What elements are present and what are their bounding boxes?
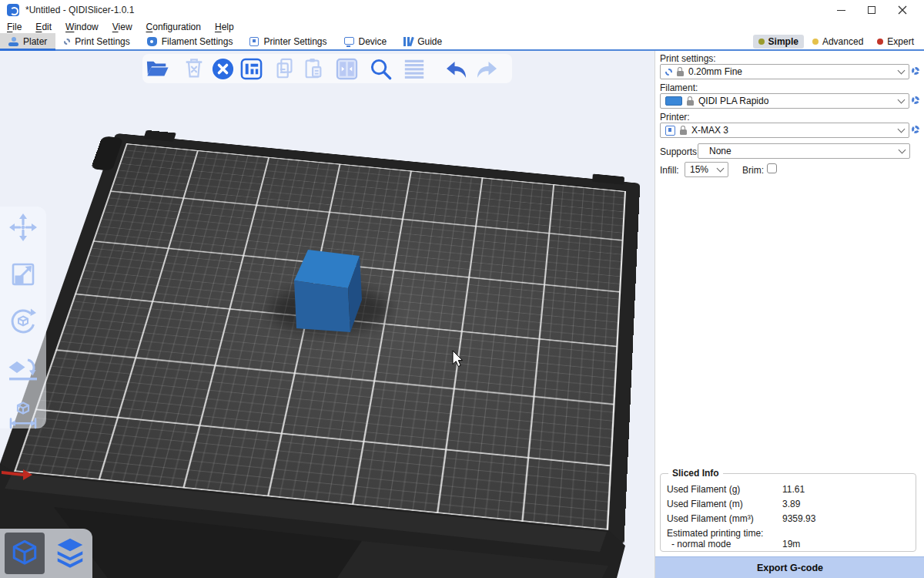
tab-plater[interactable]: Plater — [0, 33, 55, 49]
delete-all-icon — [211, 57, 235, 81]
arrange-button[interactable] — [239, 56, 263, 81]
brim-checkbox[interactable] — [767, 163, 777, 173]
filament-label: Filament: — [660, 82, 698, 93]
gear-icon — [665, 69, 672, 76]
export-gcode-button[interactable]: Export G-code — [655, 556, 924, 578]
lock-icon — [687, 100, 694, 106]
tab-print-settings[interactable]: Print Settings — [55, 33, 138, 49]
undo-icon — [444, 59, 469, 79]
chevron-down-icon — [717, 164, 725, 172]
close-icon — [898, 5, 907, 15]
search-icon — [369, 57, 393, 81]
menu-configuration[interactable]: Configuration — [139, 22, 208, 32]
printer-gear-button[interactable] — [912, 126, 919, 133]
brim-label: Brim: — [742, 165, 764, 176]
settings-panel: Print settings: 0.20mm Fine Filament: QI… — [654, 51, 924, 578]
expert-dot-icon — [877, 39, 883, 45]
open-button[interactable] — [145, 56, 169, 81]
move-button[interactable] — [8, 212, 38, 246]
search-button[interactable] — [368, 56, 393, 81]
bed-grid-surface — [14, 143, 626, 530]
plater-icon — [8, 37, 18, 46]
gear-icon — [64, 39, 70, 45]
mode-expert[interactable]: Expert — [872, 35, 919, 49]
paste-icon — [302, 57, 325, 80]
mode-simple[interactable]: Simple — [753, 35, 804, 49]
view-mode-switcher — [0, 529, 92, 578]
delete-button[interactable] — [182, 56, 206, 81]
scale-button[interactable] — [8, 259, 38, 293]
place-on-face-icon — [8, 353, 38, 384]
chevron-down-icon — [898, 66, 906, 74]
open-icon — [146, 59, 169, 79]
infill-dropdown[interactable]: 15% — [685, 162, 728, 177]
filament-gear-button[interactable] — [912, 96, 919, 104]
scale-icon — [8, 259, 38, 290]
lock-icon — [677, 71, 684, 76]
rotate-button[interactable] — [8, 306, 38, 340]
app-logo-icon — [7, 4, 19, 16]
tab-printer-settings[interactable]: Printer Settings — [241, 33, 335, 49]
app-window: *Untitled - QIDISlicer-1.0.1 File Edit W… — [0, 0, 924, 578]
guide-icon — [403, 37, 413, 46]
undo-button[interactable] — [444, 56, 469, 81]
menu-help[interactable]: Help — [208, 22, 241, 32]
print-settings-gear-button[interactable] — [912, 67, 919, 75]
redo-button[interactable] — [474, 56, 499, 81]
printer-label: Printer: — [660, 112, 690, 123]
lock-icon — [680, 129, 687, 135]
copy-button[interactable] — [273, 56, 297, 81]
chevron-down-icon — [899, 146, 906, 153]
mode-advanced[interactable]: Advanced — [807, 35, 869, 49]
simple-dot-icon — [758, 39, 765, 45]
supports-label: Supports: — [660, 146, 699, 157]
arrange-icon — [239, 57, 263, 81]
menu-file[interactable]: File — [0, 22, 28, 32]
menu-window[interactable]: Window — [59, 22, 105, 32]
maximize-icon — [868, 6, 875, 14]
print-bed[interactable] — [14, 143, 626, 530]
place-on-face-button[interactable] — [8, 353, 38, 387]
advanced-dot-icon — [812, 39, 819, 45]
printer-dropdown[interactable]: X-MAX 3 — [660, 123, 909, 138]
menu-view[interactable]: View — [105, 22, 139, 32]
filament-dropdown[interactable]: QIDI PLA Rapido — [660, 93, 909, 109]
maximize-button[interactable] — [856, 0, 887, 20]
sliced-info-row: Used Filament (mm³) 9359.93 — [667, 513, 909, 524]
printer-icon — [249, 37, 259, 46]
menu-bar: File Edit Window View Configuration Help — [0, 20, 924, 33]
tab-device[interactable]: Device — [336, 33, 396, 49]
print-settings-dropdown[interactable]: 0.20mm Fine — [660, 64, 909, 79]
infill-label: Infill: — [660, 165, 679, 176]
sliced-info-row: - normal mode 19m — [667, 539, 909, 549]
title-bar: *Untitled - QIDISlicer-1.0.1 — [0, 0, 924, 20]
chevron-down-icon — [898, 125, 906, 133]
tab-guide[interactable]: Guide — [395, 33, 450, 49]
preview-layers-icon — [53, 536, 87, 570]
sliced-info-title: Sliced Info — [668, 468, 723, 479]
3d-viewport[interactable] — [0, 51, 654, 578]
gizmo-toolbar — [0, 207, 46, 428]
supports-dropdown[interactable]: None — [698, 143, 910, 159]
measure-button[interactable] — [8, 400, 38, 434]
delete-all-button[interactable] — [210, 56, 235, 81]
plater-toolbar — [0, 51, 654, 86]
paste-button[interactable] — [301, 56, 326, 81]
copy-icon — [273, 57, 296, 80]
3d-editor-view-icon — [8, 537, 41, 570]
tab-filament-settings[interactable]: Filament Settings — [139, 33, 242, 49]
preview-layers-button[interactable] — [50, 533, 90, 574]
mode-switcher: Simple Advanced Expert — [753, 33, 924, 49]
tab-bar: Plater Print Settings Filament Settings … — [0, 33, 924, 51]
minimize-icon — [837, 10, 845, 11]
menu-edit[interactable]: Edit — [28, 22, 59, 32]
rotate-icon — [8, 306, 38, 337]
3d-editor-view-button[interactable] — [5, 533, 45, 574]
variable-layer-height-button[interactable] — [402, 56, 427, 81]
split-objects-button[interactable] — [334, 56, 359, 81]
minimize-button[interactable] — [825, 0, 856, 20]
close-button[interactable] — [887, 0, 918, 20]
sliced-info-row: Used Filament (g) 11.61 — [667, 484, 909, 495]
delete-icon — [182, 57, 206, 80]
measure-icon — [8, 400, 38, 431]
